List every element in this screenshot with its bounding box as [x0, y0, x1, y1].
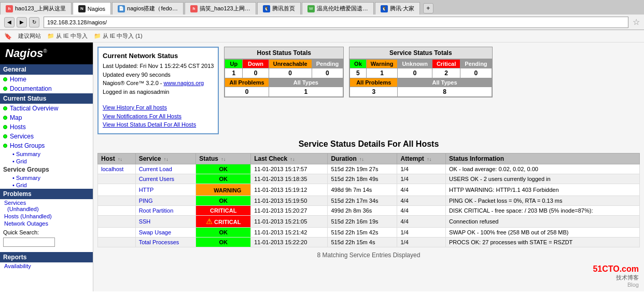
- cell-status[interactable]: ⚠ CRITICAL: [196, 215, 251, 227]
- cell-status[interactable]: OK: [196, 174, 251, 184]
- col-lastcheck[interactable]: Last Check ↑↓: [251, 153, 328, 164]
- th-up[interactable]: Up: [225, 60, 243, 68]
- new-tab-button[interactable]: +: [423, 3, 433, 13]
- svc-warning-count[interactable]: 1: [366, 68, 398, 78]
- service-link[interactable]: HTTP: [139, 187, 154, 193]
- hostgroups-link[interactable]: Host Groups: [10, 142, 45, 149]
- col-info[interactable]: Status Information: [446, 153, 640, 164]
- network-outages-link[interactable]: Network Outages: [4, 220, 48, 227]
- cell-service[interactable]: HTTP: [135, 184, 196, 196]
- th-pending[interactable]: Pending: [312, 60, 343, 68]
- svc-unknown-count[interactable]: 0: [398, 68, 432, 78]
- tab-nagios-setup[interactable]: 📄 nagios搭建（fedo…: [112, 2, 184, 15]
- cell-service[interactable]: SSH: [135, 215, 196, 227]
- col-service[interactable]: Service ↑↓: [135, 153, 196, 164]
- host-unreachable-count[interactable]: 0: [269, 68, 312, 78]
- th-all-problems-host[interactable]: All Problems: [225, 78, 269, 87]
- service-link[interactable]: Root Partition: [139, 207, 174, 214]
- tab-dajia[interactable]: 🐧 腾讯·大家: [375, 2, 420, 15]
- sidebar-sub-servicegroups-grid[interactable]: • Grid: [0, 182, 93, 189]
- svc-all-types-count[interactable]: 8: [398, 87, 492, 97]
- th-warning[interactable]: Warning: [366, 60, 398, 68]
- host-link[interactable]: localhost: [101, 166, 123, 172]
- cell-service[interactable]: Root Partition: [135, 205, 196, 215]
- sidebar-item-network-outages[interactable]: Network Outages: [0, 220, 93, 227]
- cell-status[interactable]: OK: [196, 227, 251, 237]
- sidebar-item-services[interactable]: Services: [0, 132, 93, 141]
- cell-service[interactable]: Current Load: [135, 164, 196, 174]
- sort-host[interactable]: ↑↓: [118, 157, 122, 162]
- cell-service[interactable]: Total Processes: [135, 237, 196, 247]
- cell-service[interactable]: PING: [135, 196, 196, 205]
- service-link[interactable]: SSH: [139, 218, 151, 225]
- sidebar-item-hosts[interactable]: Hosts: [0, 122, 93, 132]
- services-link[interactable]: Services: [10, 133, 34, 140]
- tab-nagios[interactable]: N Nagios: [73, 2, 111, 15]
- cell-status[interactable]: OK: [196, 196, 251, 205]
- tab-wenzhao[interactable]: W 温兆伦吐槽爱国遗…: [302, 2, 374, 15]
- svc-ok-count[interactable]: 5: [350, 68, 367, 78]
- service-link[interactable]: Total Processes: [139, 239, 179, 245]
- svc-pending-count[interactable]: 0: [460, 68, 492, 78]
- th-unknown[interactable]: Unknown: [398, 60, 432, 68]
- tab-hao123[interactable]: h hao123_上网从这里: [0, 2, 72, 15]
- map-link[interactable]: Map: [10, 114, 22, 121]
- sidebar-item-hostgroups[interactable]: Host Groups: [0, 141, 93, 150]
- svc-unhandled-link[interactable]: Services (Unhandled): [4, 200, 39, 212]
- cell-status[interactable]: OK: [196, 164, 251, 174]
- sidebar-sub-hostgroups-grid[interactable]: • Grid: [0, 158, 93, 165]
- bookmark-suggest[interactable]: 建议网站: [18, 32, 41, 40]
- host-all-problems-count[interactable]: 0: [225, 87, 269, 97]
- tab-gaoxiao[interactable]: h 搞笑_hao123上网…: [185, 2, 256, 15]
- quick-search-input[interactable]: [3, 238, 55, 247]
- hg-summary-link[interactable]: • Summary: [12, 151, 40, 157]
- home-link[interactable]: Home: [10, 76, 26, 83]
- th-all-types-host[interactable]: All Types: [269, 78, 343, 87]
- th-ok[interactable]: Ok: [350, 60, 367, 68]
- sidebar-item-home[interactable]: Home: [0, 75, 93, 84]
- availability-link[interactable]: Availability: [4, 263, 31, 269]
- forward-button[interactable]: ▶: [17, 17, 27, 27]
- url-input[interactable]: [44, 17, 628, 28]
- tab-tencent[interactable]: 🐧 腾讯首页: [257, 2, 301, 15]
- service-link[interactable]: Current Users: [139, 176, 174, 182]
- sort-service[interactable]: ↑↓: [164, 157, 169, 162]
- cell-service[interactable]: Swap Usage: [135, 227, 196, 237]
- th-all-types-svc[interactable]: All Types: [398, 78, 492, 87]
- th-critical[interactable]: Critical: [432, 60, 460, 68]
- sidebar-item-map[interactable]: Map: [0, 113, 93, 122]
- cell-status[interactable]: ⚠ WARNING: [196, 184, 251, 196]
- nagios-org-link[interactable]: www.nagios.org: [164, 80, 204, 86]
- sidebar-item-documentation[interactable]: Documentation: [0, 84, 93, 93]
- th-all-problems-svc[interactable]: All Problems: [350, 78, 398, 87]
- sort-attempt[interactable]: ↑↓: [427, 157, 431, 162]
- service-link[interactable]: Swap Usage: [139, 229, 171, 235]
- refresh-button[interactable]: ↻: [29, 17, 39, 27]
- host-up-count[interactable]: 1: [225, 68, 243, 78]
- sort-status[interactable]: ↑↓: [221, 157, 226, 162]
- tactical-link[interactable]: Tactical Overview: [10, 105, 58, 112]
- th-down[interactable]: Down: [243, 60, 269, 68]
- cell-service[interactable]: Current Users: [135, 174, 196, 184]
- host-down-count[interactable]: 0: [243, 68, 269, 78]
- hg-grid-link[interactable]: • Grid: [12, 158, 27, 164]
- col-attempt[interactable]: Attempt ↑↓: [397, 153, 446, 164]
- cell-host[interactable]: localhost: [98, 164, 136, 174]
- sidebar-sub-servicegroups-summary[interactable]: • Summary: [0, 174, 93, 182]
- sort-lastcheck[interactable]: ↑↓: [290, 157, 295, 162]
- sidebar-item-services-unhandled[interactable]: Services (Unhandled): [0, 199, 93, 213]
- svc-all-problems-count[interactable]: 3: [350, 87, 398, 97]
- sidebar-item-hosts-unhandled[interactable]: Hosts (Unhandled): [0, 213, 93, 220]
- view-host-status-link[interactable]: View Host Status Detail For All Hosts: [103, 121, 196, 128]
- star-icon[interactable]: ☆: [633, 17, 640, 27]
- back-button[interactable]: ◀: [4, 17, 15, 27]
- col-host[interactable]: Host ↑↓: [98, 153, 136, 164]
- service-link[interactable]: PING: [139, 198, 153, 204]
- sidebar-item-availability[interactable]: Availability: [0, 262, 93, 270]
- col-status[interactable]: Status ↑↓: [196, 153, 251, 164]
- host-all-types-count[interactable]: 1: [269, 87, 343, 97]
- bookmark-ie-import[interactable]: 📁 从 IE 中导入: [47, 32, 88, 40]
- view-history-link[interactable]: View History For all hosts: [103, 104, 167, 110]
- th-svc-pending[interactable]: Pending: [460, 60, 492, 68]
- cell-status[interactable]: CRITICAL: [196, 205, 251, 215]
